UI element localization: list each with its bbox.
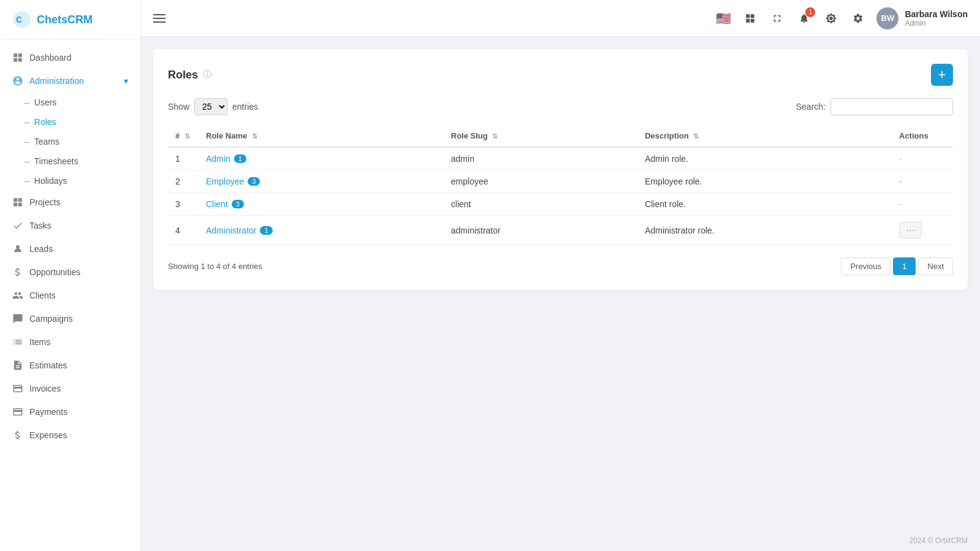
sidebar-item-leads[interactable]: Leads [0,237,140,260]
role-name-link[interactable]: Employee 3 [206,177,436,186]
cell-role-slug: administrator [444,216,637,245]
cell-role-slug: client [444,193,637,216]
sidebar-item-users[interactable]: Users [0,93,140,112]
roles-card: Roles ⓘ + Show 25 entries Sear [153,49,968,290]
cell-description: Client role. [637,193,892,216]
sidebar-label-projects: Projects [29,197,61,207]
role-badge: 1 [234,154,246,163]
sidebar-label-invoices: Invoices [29,384,61,393]
svg-point-6 [16,245,20,249]
sidebar: C ChetsCRM Dashboard Administration ▾ Us… [0,0,141,551]
pagination-buttons: Previous 1 Next [841,257,953,275]
sidebar-item-invoices[interactable]: Invoices [0,377,140,400]
sidebar-item-tasks[interactable]: Tasks [0,214,140,237]
topbar-right: 🇺🇸 1 BW [715,7,968,29]
sidebar-label-opportunities: Opportunities [29,267,80,277]
sidebar-nav: Dashboard Administration ▾ Users Roles [0,40,140,453]
col-role-name[interactable]: Role Name ⇅ [199,125,444,147]
search-input[interactable] [830,98,953,115]
notification-icon[interactable]: 1 [796,10,813,27]
show-label: Show [168,102,189,112]
next-button[interactable]: Next [918,257,953,275]
logo-text: ChetsCRM [37,13,93,26]
logo[interactable]: C ChetsCRM [0,0,140,40]
user-name: Barbara Wilson [905,9,968,19]
cell-description: Admin role. [637,147,892,170]
col-num[interactable]: # ⇅ [168,125,199,147]
svg-rect-4 [13,58,17,62]
search-control: Search: [796,98,953,115]
sidebar-label-items: Items [29,337,50,347]
svg-rect-2 [13,53,17,57]
show-entries-control: Show 25 entries [168,98,258,115]
cell-num: 4 [168,216,199,245]
info-icon[interactable]: ⓘ [203,69,211,80]
user-role: Admin [905,19,968,28]
cell-actions: ··· [892,216,953,245]
cell-description: Employee role. [637,170,892,193]
pagination-row: Showing 1 to 4 of 4 entries Previous 1 N… [168,257,953,275]
sidebar-label-administration: Administration [29,76,84,86]
table-row: 3 Client 3 client Client role. - [168,193,953,216]
sidebar-item-items[interactable]: Items [0,330,140,354]
svg-rect-5 [18,58,22,62]
role-name-link[interactable]: Administrator 1 [206,226,436,235]
sidebar-label-payments: Payments [29,407,67,417]
sidebar-item-roles[interactable]: Roles [0,112,140,132]
sidebar-item-estimates[interactable]: Estimates [0,354,140,377]
sidebar-label-estimates: Estimates [29,360,67,370]
sidebar-item-opportunities[interactable]: Opportunities [0,260,140,284]
sidebar-item-administration[interactable]: Administration ▾ [0,69,140,93]
fullscreen-icon[interactable] [769,10,786,27]
sidebar-item-clients[interactable]: Clients [0,284,140,307]
sidebar-label-tasks: Tasks [29,221,51,230]
cell-role-slug: employee [444,170,637,193]
user-profile[interactable]: BW Barbara Wilson Admin [876,7,968,29]
col-role-slug[interactable]: Role Slug ⇅ [444,125,637,147]
page-1-button[interactable]: 1 [893,257,916,275]
sidebar-item-timesheets[interactable]: Timesheets [0,151,140,171]
actions-menu-button[interactable]: ··· [899,222,922,238]
chevron-down-icon: ▾ [124,76,128,86]
role-badge: 3 [248,177,260,186]
sidebar-item-teams[interactable]: Teams [0,132,140,151]
cell-actions: - [892,193,953,216]
entries-label: entries [232,102,258,112]
dark-mode-icon[interactable] [822,10,840,27]
sidebar-section-administration: Administration ▾ Users Roles Teams Times… [0,69,140,191]
user-info: Barbara Wilson Admin [905,9,968,28]
sidebar-label-clients: Clients [29,291,56,300]
sidebar-label-roles: Roles [34,117,56,127]
col-description[interactable]: Description ⇅ [637,125,892,147]
sidebar-label-holidays: Holidays [34,176,67,186]
sidebar-label-dashboard: Dashboard [29,53,72,63]
sidebar-item-expenses[interactable]: Expenses [0,424,140,447]
content-area: Roles ⓘ + Show 25 entries Sear [141,37,980,530]
sidebar-label-expenses: Expenses [29,430,67,440]
avatar: BW [876,7,898,29]
role-name-link[interactable]: Admin 1 [206,154,436,164]
cell-role-name: Admin 1 [199,147,444,170]
sidebar-item-campaigns[interactable]: Campaigns [0,307,140,330]
grid-icon[interactable] [742,10,759,27]
showing-text: Showing 1 to 4 of 4 entries [168,262,262,271]
actions-dash: - [899,199,902,209]
flag-icon[interactable]: 🇺🇸 [715,10,732,27]
sidebar-item-projects[interactable]: Projects [0,191,140,214]
sidebar-item-dashboard[interactable]: Dashboard [0,46,140,69]
cell-role-name: Administrator 1 [199,216,444,245]
entries-select[interactable]: 25 [194,98,227,115]
role-name-link[interactable]: Client 3 [206,199,436,209]
previous-button[interactable]: Previous [841,257,891,275]
search-label: Search: [796,102,826,112]
add-role-button[interactable]: + [931,64,953,86]
footer: 2024 © OrbitCRM [141,530,980,551]
cell-role-slug: admin [444,147,637,170]
hamburger-icon[interactable] [153,14,165,23]
settings-icon[interactable] [849,10,867,27]
role-badge: 1 [260,226,272,235]
sidebar-item-payments[interactable]: Payments [0,400,140,424]
page-title: Roles [168,69,198,82]
sidebar-label-campaigns: Campaigns [29,314,73,324]
sidebar-item-holidays[interactable]: Holidays [0,171,140,191]
